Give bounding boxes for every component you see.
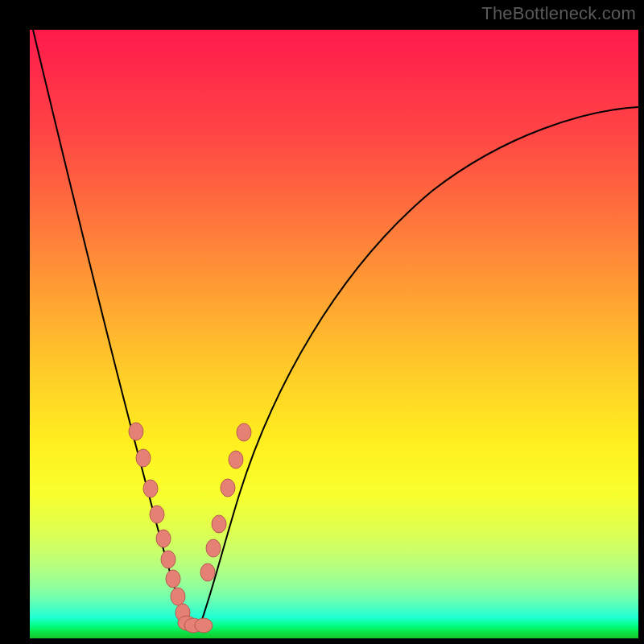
svg-point-17 <box>237 423 251 441</box>
svg-point-13 <box>206 539 221 557</box>
svg-point-12 <box>200 564 215 581</box>
svg-point-16 <box>229 451 243 469</box>
svg-point-5 <box>161 551 175 568</box>
bottleneck-curve-right <box>199 107 638 629</box>
plot-frame <box>30 30 638 638</box>
svg-point-2 <box>143 480 158 497</box>
watermark-text: TheBottleneck.com <box>481 3 636 24</box>
svg-point-0 <box>129 423 143 440</box>
svg-point-1 <box>136 449 151 467</box>
svg-point-7 <box>171 588 185 605</box>
svg-point-11 <box>195 618 213 633</box>
svg-point-3 <box>150 506 164 523</box>
bead-markers <box>129 423 251 633</box>
curve-layer <box>30 30 638 638</box>
svg-point-15 <box>221 479 235 497</box>
svg-point-6 <box>166 570 180 588</box>
svg-point-14 <box>212 515 226 533</box>
svg-point-4 <box>156 530 171 547</box>
